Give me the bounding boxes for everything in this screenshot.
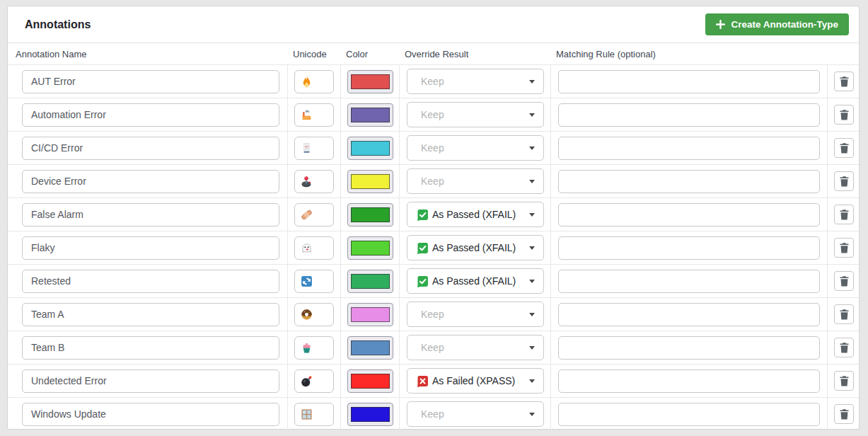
table-row: Keep	[8, 64, 859, 98]
delete-annotation-button[interactable]	[834, 105, 854, 125]
annotation-name-input[interactable]	[22, 270, 279, 293]
override-result-select[interactable]: As Passed (XFAIL)	[407, 268, 544, 294]
color-picker[interactable]	[347, 369, 393, 393]
color-picker[interactable]	[347, 236, 393, 260]
color-picker[interactable]	[347, 103, 393, 127]
color-swatch	[351, 241, 390, 256]
unicode-input[interactable]	[294, 170, 334, 193]
delete-annotation-button[interactable]	[834, 304, 854, 324]
caret-down-icon	[529, 113, 535, 117]
unicode-input[interactable]	[294, 203, 334, 226]
caret-down-icon	[529, 246, 535, 250]
delete-annotation-button[interactable]	[834, 138, 854, 158]
annotation-name-input[interactable]	[22, 336, 279, 360]
annotation-name-input[interactable]	[22, 236, 279, 260]
unicode-input[interactable]	[294, 369, 334, 393]
annotation-name-input[interactable]	[22, 303, 279, 326]
matching-rule-input[interactable]	[558, 303, 820, 326]
override-result-select[interactable]: As Passed (XFAIL)	[407, 235, 544, 260]
unicode-input[interactable]	[294, 336, 334, 360]
column-header-override-result: Override Result	[399, 49, 550, 59]
unicode-input[interactable]	[294, 137, 334, 160]
matching-rule-input[interactable]	[558, 236, 820, 260]
trash-icon	[839, 142, 850, 154]
delete-annotation-button[interactable]	[834, 205, 854, 224]
annotation-name-input[interactable]	[22, 369, 279, 393]
table-row: As Passed (XFAIL)	[8, 264, 859, 297]
delete-annotation-button[interactable]	[834, 338, 854, 357]
create-annotation-type-button[interactable]: Create Annotation-Type	[705, 13, 849, 35]
unicode-input[interactable]	[294, 270, 334, 293]
color-picker[interactable]	[347, 170, 393, 193]
annotation-name-input[interactable]	[22, 137, 279, 160]
caret-down-icon	[529, 280, 535, 283]
override-result-select[interactable]: Keep	[407, 168, 544, 194]
bandage-icon	[301, 209, 313, 221]
color-swatch	[351, 274, 390, 289]
override-result-select[interactable]: As Passed (XFAIL)	[407, 202, 544, 227]
delete-annotation-button[interactable]	[834, 271, 854, 291]
matching-rule-input[interactable]	[558, 369, 820, 393]
matching-rule-input[interactable]	[558, 137, 820, 160]
table-row: Keep	[8, 98, 859, 131]
unicode-input[interactable]	[294, 303, 334, 326]
trash-icon	[839, 275, 850, 287]
override-result-select[interactable]: Keep	[407, 401, 544, 427]
fire-icon	[301, 76, 313, 88]
override-result-value: Keep	[421, 309, 444, 320]
delete-annotation-button[interactable]	[834, 371, 854, 391]
color-picker[interactable]	[347, 303, 393, 326]
annotation-name-input[interactable]	[22, 70, 279, 93]
unicode-input[interactable]	[294, 403, 334, 426]
delete-annotation-button[interactable]	[834, 171, 854, 191]
override-result-value: As Passed (XFAIL)	[432, 275, 516, 287]
override-result-select[interactable]: Keep	[407, 69, 544, 94]
matching-rule-input[interactable]	[558, 270, 820, 293]
color-picker[interactable]	[347, 203, 393, 226]
color-picker[interactable]	[347, 70, 393, 93]
color-swatch	[351, 174, 390, 189]
matching-rule-input[interactable]	[558, 103, 820, 127]
delete-annotation-button[interactable]	[834, 238, 854, 258]
annotation-name-input[interactable]	[22, 403, 279, 426]
override-result-select[interactable]: As Failed (XPASS)	[407, 368, 544, 394]
bomb-icon	[301, 375, 313, 387]
receipt-icon	[301, 142, 313, 154]
override-result-select[interactable]: Keep	[407, 335, 544, 360]
color-picker[interactable]	[347, 336, 393, 360]
refresh-icon	[301, 275, 313, 287]
annotation-name-input[interactable]	[22, 103, 279, 127]
annotation-name-input[interactable]	[22, 203, 279, 226]
override-result-select[interactable]: Keep	[407, 135, 544, 161]
matching-rule-input[interactable]	[558, 203, 820, 226]
unicode-input[interactable]	[294, 70, 334, 93]
unicode-input[interactable]	[294, 103, 334, 127]
override-result-value: As Failed (XPASS)	[432, 375, 515, 386]
override-result-select[interactable]: Keep	[407, 102, 544, 127]
color-picker[interactable]	[347, 137, 393, 160]
trash-icon	[839, 109, 850, 120]
plus-icon	[716, 20, 725, 29]
override-result-value: Keep	[421, 176, 444, 187]
matching-rule-input[interactable]	[558, 403, 820, 426]
matching-rule-input[interactable]	[558, 170, 820, 193]
caret-down-icon	[529, 346, 535, 350]
trash-icon	[839, 408, 850, 420]
override-result-value: As Passed (XFAIL)	[432, 209, 516, 220]
delete-annotation-button[interactable]	[834, 71, 854, 91]
annotation-name-input[interactable]	[22, 170, 279, 193]
table-row: Keep	[8, 397, 859, 430]
override-result-select[interactable]: Keep	[407, 302, 544, 327]
trash-icon	[839, 242, 850, 253]
override-result-value: Keep	[421, 76, 444, 87]
delete-annotation-button[interactable]	[834, 404, 854, 424]
matching-rule-input[interactable]	[558, 70, 820, 93]
matching-rule-input[interactable]	[558, 336, 820, 360]
color-picker[interactable]	[347, 403, 393, 426]
unicode-input[interactable]	[294, 236, 334, 260]
page-title: Annotations	[25, 18, 91, 31]
check-icon	[417, 275, 429, 287]
color-picker[interactable]	[347, 270, 393, 293]
ghost-icon	[301, 242, 313, 254]
table-row: As Failed (XPASS)	[8, 364, 859, 397]
